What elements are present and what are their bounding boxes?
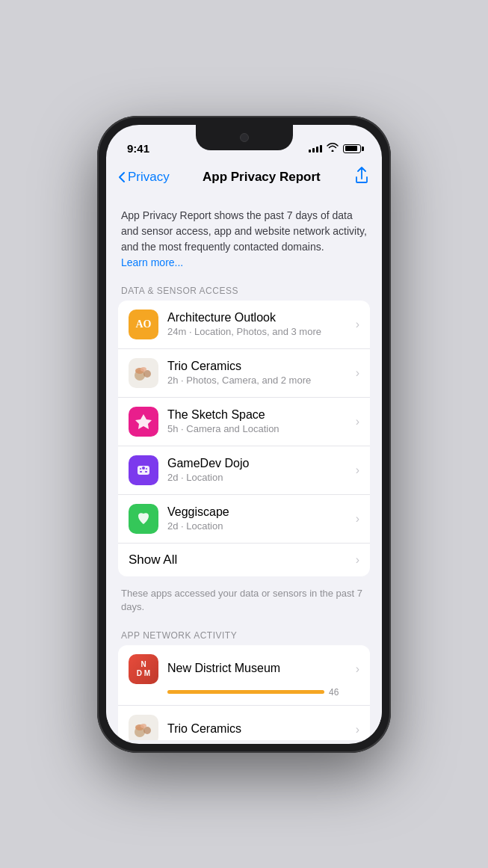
network-bar-ndm: 46: [129, 687, 359, 698]
app-icon-veggiscape: [129, 504, 158, 534]
app-info-ao: Architecture Outlook 24m · Location, Pho…: [167, 311, 350, 337]
wifi-icon: [327, 143, 339, 154]
app-icon-sketch-space: [129, 407, 158, 437]
page-title: App Privacy Report: [203, 170, 321, 185]
list-item[interactable]: The Sketch Space 5h · Camera and Locatio…: [118, 398, 370, 446]
phone-frame: 9:41: [97, 116, 391, 753]
show-all-item[interactable]: Show All ›: [118, 544, 370, 576]
svg-point-14: [140, 724, 146, 728]
svg-point-10: [146, 468, 147, 470]
app-detail: 2h · Photos, Camera, and 2 more: [167, 375, 350, 386]
signal-bars-icon: [309, 145, 322, 153]
app-icon-ao: AO: [129, 310, 158, 339]
app-info-veggiscape: Veggiscape 2d · Location: [167, 505, 350, 532]
app-icon-trio-ceramics: [129, 358, 158, 388]
app-info-gamedev: GameDev Dojo 2d · Location: [167, 457, 350, 483]
app-info-trio-net: Trio Ceramics: [167, 722, 350, 737]
data-sensor-footer: These apps accessed your data or sensors…: [106, 582, 382, 624]
list-item[interactable]: AO Architecture Outlook 24m · Location, …: [118, 301, 370, 349]
app-icon-trio-ceramics-net: [129, 715, 158, 740]
app-name: GameDev Dojo: [167, 457, 350, 470]
notch: [196, 125, 293, 150]
learn-more-link[interactable]: Learn more...: [121, 256, 183, 268]
show-all-info: Show All: [129, 552, 350, 567]
show-all-label: Show All: [129, 552, 350, 567]
status-time: 9:41: [127, 142, 149, 155]
status-icons: [309, 143, 361, 154]
nav-bar: Privacy App Privacy Report: [106, 162, 382, 196]
data-sensor-header: DATA & SENSOR ACCESS: [106, 280, 382, 301]
svg-rect-7: [140, 471, 142, 473]
chevron-right-icon: ›: [356, 415, 359, 428]
app-info-sketch: The Sketch Space 5h · Camera and Locatio…: [167, 408, 350, 434]
battery-icon: [343, 144, 361, 153]
app-icon-ndm: ND M: [129, 654, 158, 684]
app-name: New District Museum: [167, 662, 350, 675]
back-label: Privacy: [128, 170, 170, 185]
app-name: Veggiscape: [167, 505, 350, 519]
app-detail: 5h · Camera and Location: [167, 423, 350, 434]
screen-content: App Privacy Report shows the past 7 days…: [106, 196, 382, 740]
svg-point-6: [142, 467, 145, 470]
app-info-trio: Trio Ceramics 2h · Photos, Camera, and 2…: [167, 360, 350, 386]
chevron-right-icon: ›: [356, 512, 359, 526]
list-item[interactable]: Trio Ceramics › 30: [118, 706, 370, 740]
chevron-right-icon: ›: [356, 723, 359, 736]
list-item[interactable]: Veggiscape 2d · Location ›: [118, 495, 370, 544]
chevron-right-icon: ›: [356, 662, 359, 676]
chevron-right-icon: ›: [356, 553, 359, 567]
app-name: Architecture Outlook: [167, 311, 350, 324]
list-item[interactable]: GameDev Dojo 2d · Location ›: [118, 446, 370, 495]
back-button[interactable]: Privacy: [118, 170, 170, 185]
chevron-right-icon: ›: [356, 464, 359, 477]
app-name: Trio Ceramics: [167, 360, 350, 373]
notch-camera: [240, 133, 249, 142]
data-sensor-list: AO Architecture Outlook 24m · Location, …: [118, 301, 370, 576]
svg-rect-8: [145, 471, 147, 473]
svg-point-3: [140, 367, 146, 372]
svg-point-9: [140, 468, 141, 470]
app-icon-gamedev: [129, 455, 158, 485]
list-item[interactable]: Trio Ceramics 2h · Photos, Camera, and 2…: [118, 349, 370, 398]
app-info-ndm: New District Museum: [167, 662, 350, 677]
share-button[interactable]: [353, 167, 370, 188]
phone-screen: 9:41: [106, 125, 382, 744]
chevron-right-icon: ›: [356, 366, 359, 380]
svg-marker-4: [135, 414, 152, 429]
description-section: App Privacy Report shows the past 7 days…: [106, 196, 382, 280]
network-activity-list: ND M New District Museum › 46: [118, 645, 370, 740]
app-name: Trio Ceramics: [167, 722, 350, 736]
app-detail: 2d · Location: [167, 520, 350, 532]
app-name: The Sketch Space: [167, 408, 350, 422]
chevron-right-icon: ›: [356, 318, 359, 331]
network-activity-header: APP NETWORK ACTIVITY: [106, 624, 382, 645]
list-item[interactable]: ND M New District Museum › 46: [118, 645, 370, 706]
app-detail: 24m · Location, Photos, and 3 more: [167, 326, 350, 337]
bar-value: 46: [329, 687, 339, 698]
app-detail: 2d · Location: [167, 472, 350, 483]
battery-fill: [345, 146, 357, 151]
bar-track: [167, 690, 324, 694]
description-text: App Privacy Report shows the past 7 days…: [121, 208, 367, 271]
